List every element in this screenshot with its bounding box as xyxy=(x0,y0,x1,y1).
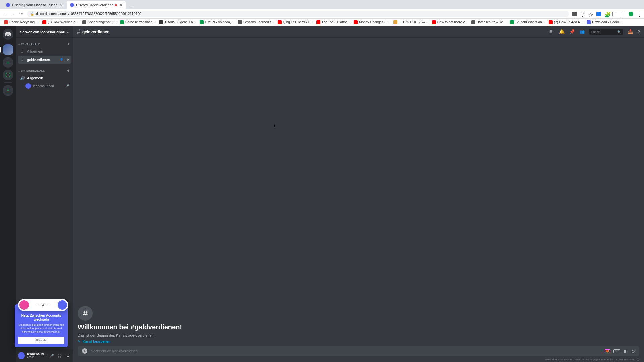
extension-icons: ⇪ ☆ 🧩 ⋮ xyxy=(572,12,641,16)
back-button[interactable]: ← xyxy=(3,12,7,16)
avatar-icon[interactable] xyxy=(629,12,633,16)
gear-icon[interactable]: ⚙ xyxy=(66,58,69,61)
threads-icon[interactable]: #⁺ xyxy=(550,29,554,34)
edit-channel-link[interactable]: ✎ Kanal bearbeiten xyxy=(78,339,639,343)
hash-icon: # xyxy=(77,29,80,35)
recording-indicator xyxy=(115,4,117,6)
add-server-button[interactable]: + xyxy=(3,57,13,68)
menu-icon[interactable]: ⋮ xyxy=(637,12,641,16)
bookmark-item[interactable]: Datenschutz – Re... xyxy=(470,20,507,24)
bookmark-item[interactable]: GMSN - Vologda,... xyxy=(198,20,235,24)
bookmark-item[interactable]: Phone Recycling,... xyxy=(3,20,40,24)
bookmark-item[interactable]: The Top 3 Platfor... xyxy=(315,20,351,24)
download-apps-button[interactable] xyxy=(3,85,13,96)
pinned-icon[interactable]: 📌 xyxy=(569,29,575,34)
bookmark-item[interactable]: Chinese translatio... xyxy=(119,20,156,24)
user-avatar[interactable] xyxy=(18,352,25,359)
bookmark-item[interactable]: Money Changes E... xyxy=(352,20,391,24)
url-text: discord.com/channels/1056547947631870022… xyxy=(36,12,141,16)
bookmark-item[interactable]: LEE 'S HOUSE—... xyxy=(392,20,429,24)
add-channel-icon[interactable]: + xyxy=(67,42,70,46)
download-icon xyxy=(6,88,10,93)
popover-dismiss-button[interactable]: Alles klar xyxy=(18,337,64,344)
popover-title: Neu: Zwischen Accounts wechseln xyxy=(18,314,64,322)
bookmark-item[interactable]: (1) How Working a... xyxy=(41,20,79,24)
slowmode-notice: Slow-Modus ist aktiviert, aber du bist d… xyxy=(545,358,639,361)
channel-header: # geldverdienen #⁺ 🔔 📌 👥 Suche 🔍 📥 ? xyxy=(73,26,644,38)
forward-button[interactable]: → xyxy=(11,12,15,16)
browser-tab[interactable]: Discord | Your Place to Talk an ✕ xyxy=(3,1,66,9)
tab-title: Discord | Your Place to Talk an xyxy=(12,3,57,7)
category-header-voice[interactable]: ⌄ SPRACHKANÄLE + xyxy=(17,67,72,74)
bookmark-item[interactable]: Lessons Learned f... xyxy=(236,20,275,24)
compass-icon xyxy=(5,72,11,78)
bookmark-item[interactable]: Student Wants an... xyxy=(508,20,546,24)
browser-tab-strip: Discord | Your Place to Talk an ✕ Discor… xyxy=(0,0,644,9)
welcome-subtitle: Das ist der Beginn des Kanals #geldverdi… xyxy=(78,333,639,337)
reload-button[interactable]: ⟳ xyxy=(19,12,23,16)
home-button[interactable] xyxy=(3,29,13,40)
user-tag: #3311 xyxy=(27,356,46,359)
main-content: # geldverdienen #⁺ 🔔 📌 👥 Suche 🔍 📥 ? # W… xyxy=(73,26,644,362)
deafen-button[interactable]: 🎧 xyxy=(57,352,63,359)
speaker-icon: 🔊 xyxy=(20,76,25,80)
gif-icon[interactable]: GIF xyxy=(613,349,620,353)
bookmark-item[interactable]: Sonderangebot! |... xyxy=(81,20,117,24)
inbox-icon[interactable]: 📥 xyxy=(628,29,633,34)
ext-icon[interactable] xyxy=(612,12,617,16)
search-input[interactable]: Suche 🔍 xyxy=(589,29,623,35)
share-icon[interactable]: ⇪ xyxy=(580,12,585,16)
channel-name: geldverdienen xyxy=(82,29,109,34)
puzzle-icon[interactable]: 🧩 xyxy=(604,12,609,16)
emoji-icon[interactable]: ☺ xyxy=(631,349,635,354)
new-tab-button[interactable]: + xyxy=(126,4,136,9)
notifications-icon[interactable]: 🔔 xyxy=(559,29,565,34)
message-composer[interactable]: + Nachricht an #geldverdienen 🎁 GIF ◧ ☺ xyxy=(78,346,639,356)
members-icon[interactable]: 👥 xyxy=(579,29,585,34)
bookmark-item[interactable]: Tutorial: Eigene Fa... xyxy=(158,20,197,24)
explore-servers-button[interactable] xyxy=(3,70,13,80)
voice-user[interactable]: leonchaudhari 🎤̸ xyxy=(17,82,72,90)
tab-favicon xyxy=(6,3,10,7)
discord-logo-icon xyxy=(5,31,11,38)
settings-button[interactable]: ⚙ xyxy=(65,352,71,359)
server-header[interactable]: Server von leonchaudhari ⌄ xyxy=(16,26,73,38)
mute-button[interactable]: 🎤 xyxy=(49,352,55,359)
bookmark-item[interactable]: Qing Fei De Yi - Y... xyxy=(276,20,314,24)
invite-icon[interactable]: 👤⁺ xyxy=(60,58,65,61)
ext-icon[interactable] xyxy=(621,12,625,16)
user-info[interactable]: leonchaud... #3311 xyxy=(27,353,46,359)
bookmark-item[interactable]: (2) How To Add A... xyxy=(547,20,584,24)
channel-allgemein[interactable]: # Allgemein xyxy=(18,47,71,55)
hash-badge-icon: # xyxy=(78,306,93,321)
account-switch-popover: ··· ⇄ ··· Neu: Zwischen Accounts wechsel… xyxy=(15,304,68,347)
bookmark-item[interactable]: How to get more v... xyxy=(431,20,469,24)
popover-description: Du kannst jetzt ganz einfach zwischen de… xyxy=(18,323,64,334)
channel-welcome: # Willkommen bei #geldverdienen! Das ist… xyxy=(78,306,639,343)
voice-channel-allgemein[interactable]: 🔊 Allgemein xyxy=(18,74,71,82)
messages-area: # Willkommen bei #geldverdienen! Das ist… xyxy=(73,38,644,346)
ext-icon[interactable] xyxy=(572,12,577,16)
help-icon[interactable]: ? xyxy=(638,29,640,34)
attach-button[interactable]: + xyxy=(82,348,87,354)
star-icon[interactable]: ☆ xyxy=(588,12,593,16)
guild-item-selected[interactable] xyxy=(3,44,13,55)
bookmark-item[interactable]: Download - Cooki... xyxy=(585,20,623,24)
close-icon[interactable]: ✕ xyxy=(120,3,122,7)
info-icon[interactable]: ⓘ xyxy=(637,358,639,361)
gift-icon[interactable]: 🎁 xyxy=(605,349,610,353)
rail-separator xyxy=(4,82,12,83)
category-header-text[interactable]: ⌄ TEXTKANÄLE + xyxy=(17,40,72,47)
close-icon[interactable]: ✕ xyxy=(60,3,63,7)
url-field[interactable]: 🔒 discord.com/channels/10565479476318700… xyxy=(27,11,569,17)
discord-app: + Server von leonchaudhari ⌄ ⌄ TEXTKANÄL… xyxy=(0,26,644,362)
hash-icon: # xyxy=(20,49,25,54)
ext-icon[interactable] xyxy=(596,12,601,16)
avatar-illustration xyxy=(19,300,29,310)
add-channel-icon[interactable]: + xyxy=(67,68,70,73)
browser-tab-active[interactable]: Discord | #geldverdienen ✕ xyxy=(67,1,125,9)
channel-geldverdienen[interactable]: # geldverdienen 👤⁺ ⚙ xyxy=(18,56,71,64)
sticker-icon[interactable]: ◧ xyxy=(624,349,628,354)
hash-icon: # xyxy=(20,57,25,62)
guild-rail: + xyxy=(0,26,16,362)
